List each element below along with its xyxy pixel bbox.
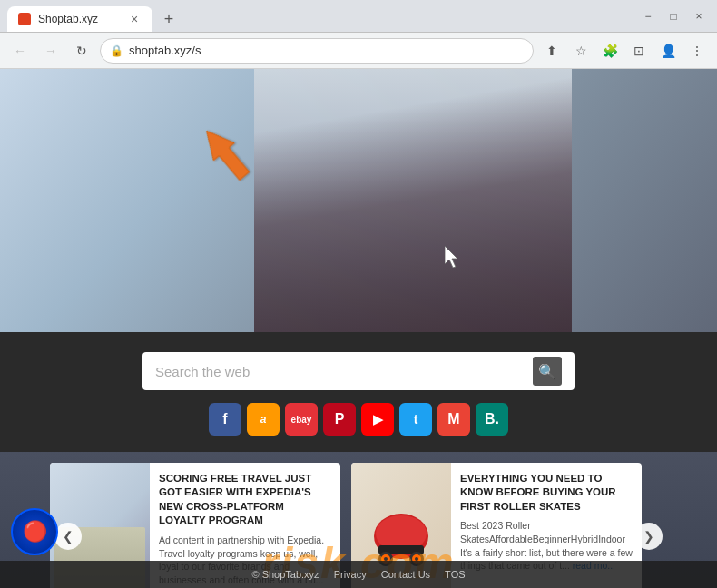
carousel-next-button[interactable]: ❯ <box>635 523 663 550</box>
virus-badge[interactable]: 🔴 <box>11 508 58 555</box>
shortcut-twitter[interactable]: t <box>399 403 432 436</box>
close-button[interactable]: × <box>688 5 710 27</box>
search-section: Search the web 🔍 f a ebay P ▶ t M B. <box>0 332 717 452</box>
tab-favicon-icon <box>18 13 31 25</box>
hero-person <box>254 69 572 332</box>
maximize-button[interactable]: □ <box>663 5 684 27</box>
virus-icon: 🔴 <box>23 520 47 544</box>
shortcut-facebook[interactable]: f <box>209 403 241 436</box>
toolbar-actions: ⬆ ☆ 🧩 ⊡ 👤 ⋮ <box>539 38 710 64</box>
tab-bar: Shoptab.xyz × + <box>7 0 182 32</box>
bookmark-button[interactable]: ☆ <box>568 38 594 64</box>
carousel-prev-button[interactable]: ❮ <box>54 523 82 550</box>
new-tab-button[interactable]: + <box>156 6 182 32</box>
forward-button[interactable]: → <box>38 38 64 64</box>
page-footer: © ShopTab.xyz Privacy Contact Us TOS <box>0 561 717 588</box>
card-1-title: SCORING FREE TRAVEL JUST GOT EASIER WITH… <box>159 472 331 528</box>
page-content: Search the web 🔍 f a ebay P ▶ t M B. ❮ S… <box>0 69 717 588</box>
extensions-button[interactable]: 🧩 <box>597 38 623 64</box>
shortcut-youtube[interactable]: ▶ <box>361 403 394 436</box>
shortcut-icons-row: f a ebay P ▶ t M B. <box>209 403 508 436</box>
search-bar[interactable]: Search the web 🔍 <box>142 352 575 390</box>
tab-title: Shoptab.xyz <box>38 13 98 25</box>
footer-copyright: © ShopTab.xyz <box>251 569 319 580</box>
card-2-title: EVERYTHING YOU NEED TO KNOW BEFORE BUYIN… <box>460 472 633 514</box>
svg-point-9 <box>415 557 418 561</box>
sidebar-button[interactable]: ⊡ <box>626 38 652 64</box>
shortcut-pinterest[interactable]: P <box>323 403 356 436</box>
hero-section <box>0 69 717 332</box>
footer-privacy[interactable]: Privacy <box>334 569 367 580</box>
shortcut-bing[interactable]: B. <box>476 403 508 436</box>
lock-icon: 🔒 <box>110 44 123 57</box>
hero-background <box>254 69 572 332</box>
search-placeholder: Search the web <box>155 364 525 379</box>
minimize-button[interactable]: − <box>637 5 659 27</box>
footer-tos[interactable]: TOS <box>445 569 465 580</box>
tab-close-button[interactable]: × <box>127 12 142 26</box>
svg-marker-0 <box>196 122 255 185</box>
refresh-button[interactable]: ↻ <box>69 38 94 64</box>
svg-point-6 <box>384 557 388 561</box>
menu-button[interactable]: ⋮ <box>684 38 710 64</box>
search-button[interactable]: 🔍 <box>533 357 562 386</box>
address-bar[interactable]: 🔒 shoptab.xyz/s <box>100 38 534 64</box>
browser-titlebar: Shoptab.xyz × + − □ × <box>0 0 717 33</box>
footer-contact[interactable]: Contact Us <box>381 569 430 580</box>
arrow-svg <box>191 119 263 191</box>
active-tab[interactable]: Shoptab.xyz × <box>7 6 152 32</box>
share-button[interactable]: ⬆ <box>539 38 565 64</box>
profile-button[interactable]: 👤 <box>655 38 681 64</box>
shortcut-gmail[interactable]: M <box>437 403 470 436</box>
shortcut-ebay[interactable]: ebay <box>285 403 318 436</box>
browser-toolbar: ← → ↻ 🔒 shoptab.xyz/s ⬆ ☆ 🧩 ⊡ 👤 ⋮ <box>0 33 717 69</box>
shortcut-amazon[interactable]: a <box>247 403 280 436</box>
window-controls: − □ × <box>637 5 710 27</box>
back-button[interactable]: ← <box>7 38 33 64</box>
address-text: shoptab.xyz/s <box>129 44 524 57</box>
